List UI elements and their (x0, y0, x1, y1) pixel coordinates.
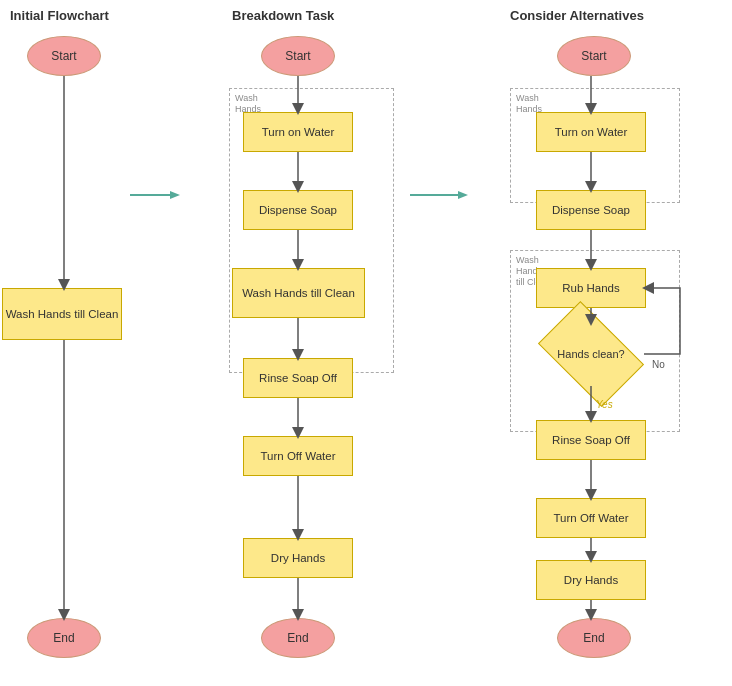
col2-end: End (261, 618, 335, 658)
col1-process1: Wash Hands till Clean (2, 288, 122, 340)
col1-end: End (27, 618, 101, 658)
col3-p6: Dry Hands (536, 560, 646, 600)
col3-p5: Turn Off Water (536, 498, 646, 538)
col1-header: Initial Flowchart (10, 8, 109, 23)
col3-diamond: Hands clean? (538, 322, 644, 386)
canvas: Initial Flowchart Breakdown Task Conside… (0, 0, 732, 686)
col3-p4: Rinse Soap Off (536, 420, 646, 460)
col3-p3: Rub Hands (536, 268, 646, 308)
svg-marker-1 (458, 191, 468, 199)
col1-start: Start (27, 36, 101, 76)
svg-marker-0 (170, 191, 180, 199)
col3-start: Start (557, 36, 631, 76)
col3-end: End (557, 618, 631, 658)
col3-p1: Turn on Water (536, 112, 646, 152)
col3-p2: Dispense Soap (536, 190, 646, 230)
col2-p1: Turn on Water (243, 112, 353, 152)
col3-header: Consider Alternatives (510, 8, 644, 23)
col2-header: Breakdown Task (232, 8, 334, 23)
col2-p4: Rinse Soap Off (243, 358, 353, 398)
col2-p2: Dispense Soap (243, 190, 353, 230)
col2-p5: Turn Off Water (243, 436, 353, 476)
col2-p6: Dry Hands (243, 538, 353, 578)
col2-start: Start (261, 36, 335, 76)
col2-p3: Wash Hands till Clean (232, 268, 365, 318)
